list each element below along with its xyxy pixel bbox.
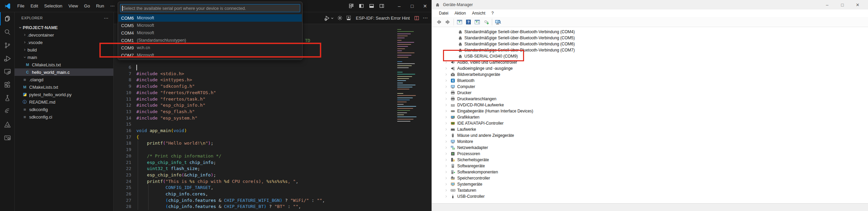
help-icon[interactable]: ?	[464, 18, 473, 26]
chevron-right-icon[interactable]	[444, 133, 448, 138]
gear-icon[interactable]	[335, 14, 344, 22]
menu-file[interactable]: File	[14, 2, 27, 9]
quickpick-item-com1[interactable]: COM1(Standardanschlusstypen)	[118, 37, 302, 44]
maximize-button[interactable]: □	[406, 0, 419, 12]
activity-remote-explorer-icon[interactable]	[0, 65, 14, 78]
show-console-tree-icon[interactable]	[455, 18, 464, 26]
menu-datei[interactable]: Datei	[436, 11, 451, 16]
activity-run-and-debug-icon[interactable]	[0, 52, 14, 65]
serial-port-input[interactable]: Select the available serial port where y…	[120, 4, 300, 12]
chevron-right-icon[interactable]	[444, 97, 448, 101]
device-row-audio-video-und-gamecontroller[interactable]: Audio, Video und Gamecontroller	[432, 59, 868, 65]
menu-selection[interactable]: Selection	[41, 2, 65, 9]
folder-build[interactable]: build	[15, 46, 113, 54]
device-row-standardmäßgige-seriell-über-bluetooth-verbindung-com6[interactable]: Standardmäßgige Seriell-über-Bluetooth-V…	[432, 41, 868, 47]
quickpick-item-com6[interactable]: COM6Microsoft	[118, 14, 302, 22]
file-hello-world-main-c[interactable]: Chello_world_main.c	[15, 68, 113, 76]
activity-testing-icon[interactable]	[0, 91, 14, 105]
file-clangd[interactable]: ≡.clangd	[15, 76, 113, 83]
device-row-softwarekomponenten[interactable]: Softwarekomponenten	[432, 169, 868, 175]
minimize-button[interactable]: –	[393, 0, 406, 12]
forward-icon[interactable]	[443, 18, 452, 26]
device-row-tastaturen[interactable]: Tastaturen	[432, 187, 868, 193]
device-row-standardmäßgige-seriell-über-bluetooth-verbindung-com5[interactable]: Standardmäßgige Seriell-über-Bluetooth-V…	[432, 35, 868, 41]
scan-hardware-changes-icon[interactable]	[482, 18, 490, 26]
device-row-druckwarteschlangen[interactable]: Druckwarteschlangen	[432, 96, 868, 102]
device-row-prozessoren[interactable]: Prozessoren	[432, 151, 868, 157]
esp-idf-hint-button[interactable]: ESP-IDF: Search Error Hint	[353, 16, 412, 21]
chevron-right-icon[interactable]	[444, 170, 448, 174]
chevron-right-icon[interactable]	[444, 109, 448, 113]
chevron-right-icon[interactable]	[444, 121, 448, 125]
file-sdkconfig[interactable]: ≡sdkconfig	[15, 106, 113, 113]
close-button[interactable]: ✕	[419, 0, 431, 12]
activity-extensions-icon[interactable]	[0, 78, 14, 91]
project-section-header[interactable]: PROJECT-NAME	[15, 24, 113, 31]
chevron-right-icon[interactable]	[444, 140, 448, 144]
device-row-netzwerkadapter[interactable]: Netzwerkadapter	[432, 145, 868, 151]
device-row-standardmäßgige-seriell-über-bluetooth-verbindung-com4[interactable]: Standardmäßgige Seriell-über-Bluetooth-V…	[432, 29, 868, 35]
quickpick-item-com5[interactable]: COM5Microsoft	[118, 22, 302, 29]
menu-go[interactable]: Go	[81, 2, 93, 9]
device-row-bildverarbeitungsgeräte[interactable]: Bildverarbeitungsgeräte	[432, 71, 868, 78]
device-row-speichercontroller[interactable]: Speichercontroller	[432, 175, 868, 181]
chevron-right-icon[interactable]	[444, 164, 448, 168]
device-row-drucker[interactable]: Drucker	[432, 90, 868, 96]
file-cmakelists-txt[interactable]: MCMakeLists.txt	[15, 61, 113, 68]
toggle-panel-icon[interactable]	[366, 2, 377, 10]
maximize-button[interactable]: □	[835, 0, 850, 9]
file-readme-md[interactable]: ⓘREADME.md	[15, 98, 113, 106]
device-row-softwaregeräte[interactable]: Softwaregeräte	[432, 163, 868, 169]
menu-view[interactable]: View	[65, 2, 81, 9]
chevron-right-icon[interactable]	[444, 146, 448, 150]
folder-main[interactable]: main	[15, 54, 113, 61]
chevron-right-icon[interactable]	[444, 66, 448, 70]
toggle-secondary-sidebar-icon[interactable]	[377, 2, 387, 10]
activity-esp-idf-tools-icon[interactable]	[0, 118, 14, 131]
chevron-right-icon[interactable]	[444, 176, 448, 180]
minimap[interactable]	[396, 29, 421, 131]
file-cmakelists-txt[interactable]: MCMakeLists.txt	[15, 83, 113, 91]
menu-[interactable]: ⋯	[107, 2, 118, 9]
activity-explorer-icon[interactable]	[0, 12, 14, 25]
properties-icon[interactable]	[473, 18, 482, 26]
menu-run[interactable]: Run	[93, 2, 107, 9]
menu-[interactable]: ?	[488, 11, 497, 16]
flash-device-icon[interactable]	[344, 14, 353, 22]
chevron-right-icon[interactable]	[444, 188, 448, 192]
chevron-right-icon[interactable]	[444, 103, 448, 107]
chevron-right-icon[interactable]	[444, 158, 448, 162]
chevron-right-icon[interactable]	[444, 152, 448, 156]
folder-devcontainer[interactable]: .devcontainer	[15, 31, 113, 39]
device-row-standardmäßgige-seriell-über-bluetooth-verbindung-com7[interactable]: Standardmäßgige Seriell-über-Bluetooth-V…	[432, 47, 868, 53]
back-icon[interactable]	[435, 18, 443, 26]
split-editor-icon[interactable]	[412, 14, 421, 22]
quickpick-item-com9[interactable]: COM9wch.cn	[118, 44, 302, 51]
device-row-usb-controller[interactable]: USB-Controller	[432, 193, 868, 199]
chevron-right-icon[interactable]	[444, 182, 448, 186]
chevron-right-icon[interactable]	[444, 60, 448, 64]
device-row-monitore[interactable]: Monitore	[432, 139, 868, 145]
menu-aktion[interactable]: Aktion	[451, 11, 469, 16]
more-actions-icon[interactable]: ⋯	[421, 14, 429, 22]
toggle-primary-sidebar-icon[interactable]	[356, 2, 366, 10]
menu-ansicht[interactable]: Ansicht	[469, 11, 488, 16]
chevron-right-icon[interactable]	[444, 79, 448, 83]
run-or-debug-icon[interactable]	[323, 14, 335, 22]
chevron-right-icon[interactable]	[444, 194, 448, 198]
chevron-right-icon[interactable]	[444, 115, 448, 119]
device-row-grafikkarten[interactable]: Grafikkarten	[432, 114, 868, 120]
device-row-bluetooth[interactable]: Bluetooth	[432, 78, 868, 84]
device-row-eingabegeräte-human-interface-devices[interactable]: Eingabegeräte (Human Interface Devices)	[432, 108, 868, 114]
activity-source-control-icon[interactable]	[0, 39, 14, 52]
activity-esp-idf-explorer-icon[interactable]	[0, 105, 14, 118]
search-computer-icon[interactable]	[494, 18, 502, 26]
customize-layout-icon[interactable]	[346, 2, 356, 10]
folder-vscode[interactable]: .vscode	[15, 39, 113, 46]
menu-edit[interactable]: Edit	[27, 2, 41, 9]
close-button[interactable]: ✕	[850, 0, 865, 9]
device-row-audioeingänge-und-ausgänge[interactable]: Audioeingänge und -ausgänge	[432, 65, 868, 71]
chevron-right-icon[interactable]	[444, 127, 448, 131]
device-row-dvd-cd-rom-laufwerke[interactable]: DVD/CD-ROM-Laufwerke	[432, 102, 868, 108]
device-row-systemgeräte[interactable]: Systemgeräte	[432, 181, 868, 187]
